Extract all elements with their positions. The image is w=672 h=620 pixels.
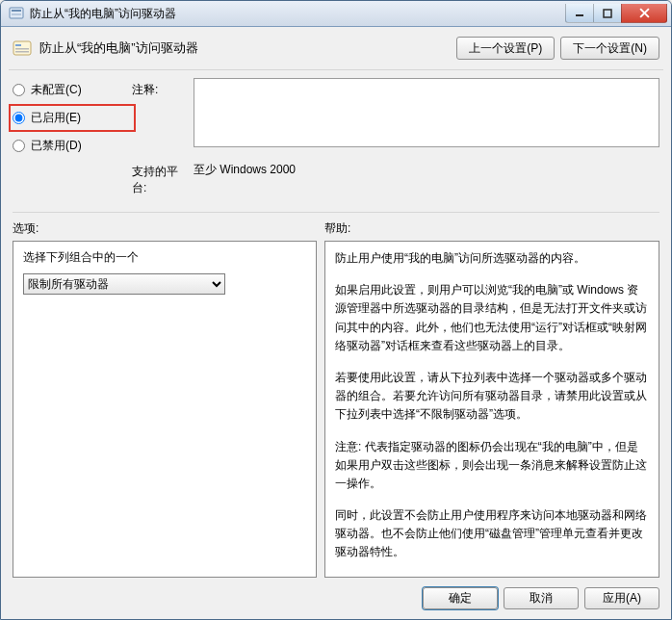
help-heading: 帮助:: [324, 220, 659, 237]
radio-disabled[interactable]: 已禁用(D): [13, 138, 128, 154]
radio-enabled-input[interactable]: [13, 112, 25, 124]
options-prompt: 选择下列组合中的一个: [23, 249, 306, 266]
footer-buttons: 确定 取消 应用(A): [9, 578, 663, 611]
svg-rect-4: [604, 10, 611, 17]
previous-setting-button[interactable]: 上一个设置(P): [456, 37, 555, 60]
svg-rect-7: [15, 48, 29, 50]
column-headers: 选项: 帮助:: [9, 220, 663, 241]
help-text: 注意: 代表指定驱动器的图标仍会出现在“我的电脑”中，但是如果用户双击这些图标，…: [335, 438, 649, 494]
client-area: 防止从“我的电脑”访问驱动器 上一个设置(P) 下一个设置(N) 未配置(C) …: [1, 27, 671, 619]
svg-rect-8: [15, 51, 29, 53]
options-panel: 选择下列组合中的一个 限制所有驱动器: [13, 241, 317, 578]
next-setting-button[interactable]: 下一个设置(N): [560, 37, 659, 60]
lower-columns: 选择下列组合中的一个 限制所有驱动器 防止用户使用“我的电脑”访问所选驱动器的内…: [9, 241, 663, 578]
supported-value: 至少 Windows 2000: [194, 160, 659, 178]
help-text: 防止用户使用“我的电脑”访问所选驱动器的内容。: [335, 249, 649, 268]
supported-label: 支持的平台:: [132, 160, 190, 196]
svg-rect-0: [10, 8, 23, 18]
options-heading: 选项:: [13, 220, 317, 237]
cancel-button[interactable]: 取消: [504, 587, 579, 609]
status-radios: 未配置(C) 已启用(E) 已禁用(D): [13, 78, 128, 154]
comment-textarea[interactable]: [194, 78, 659, 147]
ok-button[interactable]: 确定: [423, 587, 498, 609]
policy-icon: [13, 39, 32, 58]
radio-enabled-label: 已启用(E): [31, 110, 81, 126]
svg-rect-1: [12, 10, 21, 12]
radio-enabled[interactable]: 已启用(E): [9, 104, 136, 132]
help-text: 若要使用此设置，请从下拉列表中选择一个驱动器或多个驱动器的组合。若要允许访问所有…: [335, 369, 649, 425]
status-grid: 未配置(C) 已启用(E) 已禁用(D) 注释: 支持的平台: 至少 Windo…: [9, 78, 663, 204]
help-panel: 防止用户使用“我的电脑”访问所选驱动器的内容。 如果启用此设置，则用户可以浏览“…: [324, 241, 659, 578]
minimize-button[interactable]: [565, 4, 594, 23]
gpo-dialog-window: 防止从“我的电脑”访问驱动器 防止从“我的: [0, 0, 672, 620]
page-title: 防止从“我的电脑”访问驱动器: [39, 39, 198, 57]
radio-disabled-input[interactable]: [13, 140, 25, 152]
title-bar[interactable]: 防止从“我的电脑”访问驱动器: [1, 1, 671, 27]
maximize-button[interactable]: [593, 4, 622, 23]
help-text: 同时，此设置不会防止用户使用程序来访问本地驱动器和网络驱动器。也不会防止他们使用…: [335, 506, 649, 562]
drive-combo[interactable]: 限制所有驱动器: [23, 273, 225, 295]
svg-rect-2: [12, 13, 21, 15]
radio-not-configured-input[interactable]: [13, 84, 25, 96]
radio-disabled-label: 已禁用(D): [31, 138, 82, 154]
divider2: [13, 212, 659, 213]
svg-rect-6: [15, 44, 21, 46]
apply-button[interactable]: 应用(A): [584, 587, 659, 609]
window-buttons: [566, 4, 667, 23]
svg-rect-3: [576, 14, 583, 16]
close-button[interactable]: [621, 4, 667, 23]
divider: [9, 69, 663, 70]
window-title: 防止从“我的电脑”访问驱动器: [30, 6, 176, 22]
help-text: 如果启用此设置，则用户可以浏览“我的电脑”或 Windows 资源管理器中所选驱…: [335, 281, 649, 355]
system-icon: [9, 6, 24, 21]
radio-not-configured-label: 未配置(C): [31, 82, 82, 98]
comment-label: 注释:: [132, 78, 190, 98]
radio-not-configured[interactable]: 未配置(C): [13, 82, 128, 98]
header-row: 防止从“我的电脑”访问驱动器 上一个设置(P) 下一个设置(N): [9, 27, 663, 67]
